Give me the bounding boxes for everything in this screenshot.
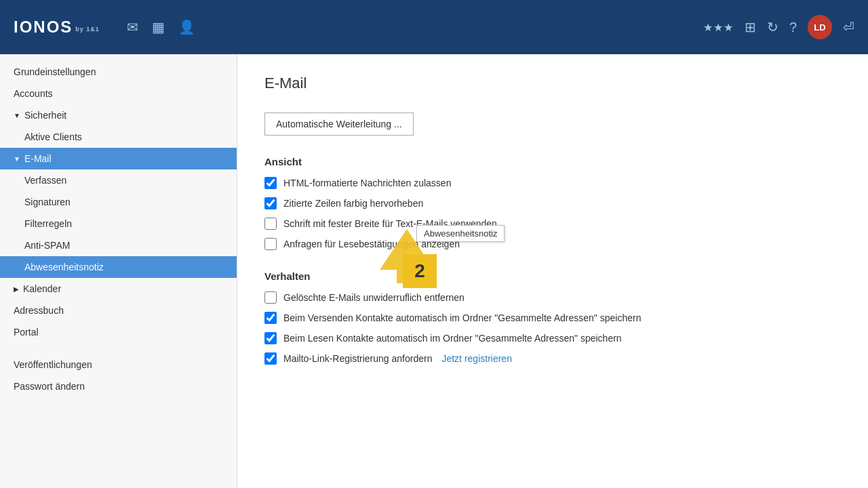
checkbox-html-label[interactable]: HTML-formatierte Nachrichten zulassen — [283, 178, 451, 188]
page-title: E-Mail — [264, 75, 841, 92]
sidebar-item-label: Veröffentlichungen — [14, 359, 92, 370]
sidebar-item-email[interactable]: ▼ E-Mail — [0, 148, 237, 169]
checkbox-lesen-input[interactable] — [264, 332, 277, 344]
sidebar-item-label: Sicherheit — [24, 110, 66, 121]
sidebar-item-label: Abwesenheitsnotiz — [24, 262, 104, 272]
sidebar-item-label: Kalender — [23, 283, 61, 294]
checkbox-mailto-input[interactable] — [264, 352, 277, 365]
contacts-icon[interactable]: 👤 — [178, 19, 195, 35]
sidebar-item-veroeffentlichungen[interactable]: Veröffentlichungen — [0, 354, 237, 375]
chevron-right-icon: ▶ — [14, 285, 19, 293]
sidebar-item-verfassen[interactable]: Verfassen — [0, 169, 237, 191]
refresh-icon[interactable]: ↻ — [767, 19, 778, 35]
checkbox-lesebestaetigung: Anfragen für Lesebestätigungen anzeigen — [264, 238, 841, 250]
mail-icon[interactable]: ✉ — [127, 19, 138, 35]
checkbox-zitiert: Zitierte Zeilen farbig hervorheben — [264, 197, 841, 209]
sidebar-item-label: Passwort ändern — [14, 381, 85, 392]
main-content: E-Mail Automatische Weiterleitung ... An… — [237, 54, 868, 488]
checkbox-html: HTML-formatierte Nachrichten zulassen — [264, 177, 841, 189]
checkbox-lesebestaetigung-label[interactable]: Anfragen für Lesebestätigungen anzeigen — [283, 239, 460, 249]
sidebar: Grundeinstellungen Accounts ▼ Sicherheit… — [0, 54, 237, 488]
sidebar-item-sicherheit[interactable]: ▼ Sicherheit — [0, 104, 237, 126]
sidebar-item-label: Accounts — [14, 88, 53, 99]
section-ansicht: Ansicht HTML-formatierte Nachrichten zul… — [264, 156, 841, 250]
sidebar-item-portal[interactable]: Portal — [0, 321, 237, 343]
checkbox-html-input[interactable] — [264, 177, 277, 189]
chevron-down-icon: ▼ — [14, 155, 20, 163]
checkbox-geloescht: Gelöschte E-Mails unwiderruflich entfern… — [264, 291, 841, 304]
chevron-down-icon: ▼ — [14, 112, 20, 119]
sidebar-item-aktive-clients[interactable]: Aktive Clients — [0, 126, 237, 148]
sidebar-item-label: Aktive Clients — [24, 131, 82, 142]
sidebar-item-passwort-aendern[interactable]: Passwort ändern — [0, 375, 237, 397]
sidebar-item-adressbuch[interactable]: Adressbuch — [0, 300, 237, 321]
logo-text: IONOS — [14, 18, 73, 37]
sidebar-item-label: Verfassen — [24, 175, 66, 186]
sidebar-item-label: Anti-SPAM — [24, 240, 70, 251]
checkbox-versenden-input[interactable] — [264, 312, 277, 324]
sidebar-item-anti-spam[interactable]: Anti-SPAM — [0, 235, 237, 256]
sidebar-item-label: Adressbuch — [14, 305, 64, 316]
sidebar-item-grundeinstellungen[interactable]: Grundeinstellungen — [0, 61, 237, 83]
section-ansicht-title: Ansicht — [264, 156, 841, 167]
header-nav-icons: ✉ ▦ 👤 — [127, 19, 703, 35]
checkbox-lesebestaetigung-input[interactable] — [264, 238, 277, 250]
sidebar-item-abwesenheitsnotiz[interactable]: Abwesenheitsnotiz — [0, 256, 237, 278]
header: IONOS by 1&1 ✉ ▦ 👤 ★★★ ⊞ ↻ ? LD ⏎ — [0, 0, 868, 54]
checkbox-geloescht-input[interactable] — [264, 291, 277, 304]
logo: IONOS by 1&1 — [14, 18, 100, 37]
checkbox-mailto-label[interactable]: Mailto-Link-Registrierung anfordern — [283, 353, 432, 364]
grid-icon[interactable]: ⊞ — [745, 19, 756, 35]
sidebar-item-signaturen[interactable]: Signaturen — [0, 191, 237, 213]
sidebar-item-filterregeln[interactable]: Filterregeln — [0, 213, 237, 235]
sidebar-item-label: Grundeinstellungen — [14, 66, 96, 77]
checkbox-breite-label[interactable]: Schrift mit fester Breite für Text-E-Mai… — [283, 218, 497, 229]
checkbox-versenden: Beim Versenden Kontakte automatisch im O… — [264, 312, 841, 324]
avatar[interactable]: LD — [808, 15, 832, 39]
checkbox-zitiert-input[interactable] — [264, 197, 277, 209]
sidebar-item-label: Signaturen — [24, 197, 71, 207]
checkbox-breite-input[interactable] — [264, 218, 277, 230]
section-verhalten-title: Verhalten — [264, 270, 841, 282]
layout: Grundeinstellungen Accounts ▼ Sicherheit… — [0, 54, 868, 488]
checkbox-lesen-label[interactable]: Beim Lesen Kontakte automatisch im Ordne… — [283, 333, 622, 344]
calendar-icon[interactable]: ▦ — [152, 19, 165, 35]
sidebar-item-label: Portal — [14, 327, 39, 338]
header-right: ★★★ ⊞ ↻ ? LD ⏎ — [703, 15, 854, 39]
sidebar-item-label: Filterregeln — [24, 218, 72, 229]
checkbox-breite: Schrift mit fester Breite für Text-E-Mai… — [264, 218, 841, 230]
checkbox-geloescht-label[interactable]: Gelöschte E-Mails unwiderruflich entfern… — [283, 292, 465, 303]
logo-sub: by 1&1 — [75, 26, 100, 33]
checkbox-lesen: Beim Lesen Kontakte automatisch im Ordne… — [264, 332, 841, 344]
checkbox-zitiert-label[interactable]: Zitierte Zeilen farbig hervorheben — [283, 198, 423, 209]
sidebar-item-kalender[interactable]: ▶ Kalender — [0, 278, 237, 300]
checkbox-versenden-label[interactable]: Beim Versenden Kontakte automatisch im O… — [283, 312, 641, 323]
logout-icon[interactable]: ⏎ — [843, 19, 854, 35]
jetzt-registrieren-link[interactable]: Jetzt registrieren — [441, 353, 511, 364]
sidebar-item-accounts[interactable]: Accounts — [0, 83, 237, 104]
stars-icon[interactable]: ★★★ — [703, 21, 734, 34]
help-icon[interactable]: ? — [789, 20, 797, 35]
checkbox-mailto: Mailto-Link-Registrierung anfordern Jetz… — [264, 352, 841, 365]
sidebar-item-label: E-Mail — [24, 153, 52, 164]
auto-forward-button[interactable]: Automatische Weiterleitung ... — [264, 113, 414, 136]
section-verhalten: Verhalten Gelöschte E-Mails unwiderrufli… — [264, 270, 841, 365]
